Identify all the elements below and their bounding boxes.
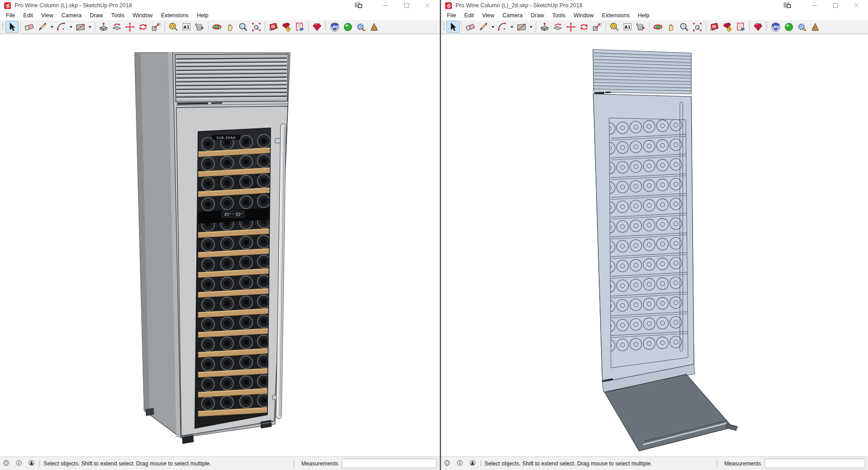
menu-window[interactable]: Window [569,12,597,19]
zoom-tool-button[interactable] [237,21,250,33]
text-tool-button[interactable]: A1 [621,21,634,33]
eraser-tool-button[interactable] [464,21,477,33]
zoom-extents-tool-button[interactable] [691,21,704,33]
orbit-tool-button[interactable] [210,21,223,33]
tape-measure-tool-button[interactable] [608,21,621,33]
rectangle-tool-button[interactable] [515,21,528,33]
menu-view[interactable]: View [478,12,499,19]
green-sphere-tool-button[interactable] [341,21,354,33]
menu-view[interactable]: View [37,12,58,19]
menu-tools[interactable]: Tools [107,12,128,19]
viewport-2d[interactable] [441,34,868,456]
viewport-3d[interactable]: SUB-ZERO 45° 55° [0,34,440,456]
toolbar-drag-handle[interactable] [325,22,326,31]
menu-window[interactable]: Window [128,12,156,19]
info-circle-status-button[interactable] [15,460,22,468]
titlebar[interactable]: Pro Wine Column (L)_2d.skp - SketchUp Pr… [441,0,868,11]
menu-edit[interactable]: Edit [19,12,37,19]
ruby-gem-tool-button[interactable] [752,21,765,33]
av-shield-tool-button[interactable]: AV [328,21,341,33]
follow-me-tool-button[interactable] [551,21,564,33]
titlebar[interactable]: Pro Wine Column (L).skp - SketchUp Pro 2… [0,0,440,11]
paint-bucket-tool-button[interactable] [634,21,647,33]
maximize-button[interactable] [831,1,840,10]
extension-tan-tool-button[interactable] [368,21,381,33]
line-dropdown-button[interactable] [49,21,55,33]
scale-tool-button[interactable] [591,21,604,33]
extension-tan-tool-button[interactable] [809,21,822,33]
rectangle-dropdown-button[interactable] [87,21,93,33]
menu-draw[interactable]: Draw [86,12,107,19]
pan-tool-button[interactable] [223,21,237,33]
arc-dropdown-button[interactable] [509,21,515,33]
tape-measure-tool-button[interactable] [167,21,180,33]
close-button[interactable] [852,1,861,10]
eraser [24,22,34,32]
sign-in-person-status-button[interactable] [469,460,476,468]
rectangle-dropdown-button[interactable] [528,21,534,33]
eraser-tool-button[interactable] [23,21,36,33]
globe-status-button[interactable] [3,460,10,468]
menu-camera[interactable]: Camera [499,12,527,19]
green-sphere-tool-button[interactable] [782,21,795,33]
menu-file[interactable]: File [2,12,19,19]
follow-me-tool-button[interactable] [110,21,123,33]
menu-draw[interactable]: Draw [527,12,548,19]
measurements-input[interactable] [342,459,437,468]
rotate-tool-button[interactable] [136,21,150,33]
extension-red-2-tool-button[interactable] [280,21,293,33]
menu-extensions[interactable]: Extensions [157,12,193,19]
push-pull-tool-button[interactable] [538,21,551,33]
push-pull-tool-button[interactable] [97,21,110,33]
arc-tool-button[interactable] [55,21,68,33]
av-shield-tool-button[interactable]: AV [769,21,782,33]
info-circle-status-button[interactable] [456,460,463,468]
toolbar-drag-handle[interactable] [443,22,445,31]
menu-file[interactable]: File [443,12,460,19]
maximize-button[interactable] [402,1,412,10]
minimize-button[interactable] [810,1,819,10]
measurements-input[interactable] [765,459,865,468]
line-tool-button[interactable] [36,21,49,33]
line-tool-button[interactable] [477,21,490,33]
rectangle-tool-button[interactable] [74,21,87,33]
minimize-button[interactable] [382,1,391,10]
gear-wrench-tool-button[interactable] [354,21,368,33]
tray-window-button[interactable] [783,1,792,10]
extension-red-2-tool-button[interactable] [721,21,734,33]
menu-help[interactable]: Help [634,12,654,19]
text-tool-button[interactable]: A1 [180,21,193,33]
menu-extensions[interactable]: Extensions [598,12,634,19]
extension-red-3-tool-button[interactable] [734,21,747,33]
zoom-tool-button[interactable] [678,21,691,33]
menu-help[interactable]: Help [193,12,213,19]
close-button[interactable] [423,1,432,10]
select-tool-button[interactable] [446,21,460,33]
arc-dropdown-button[interactable] [68,21,74,33]
toolbar-drag-handle[interactable] [2,22,4,31]
scale-tool-button[interactable] [150,21,163,33]
move-tool-button[interactable] [123,21,136,33]
extension-red-1-tool-button[interactable] [267,21,280,33]
paint-bucket-tool-button[interactable] [193,21,206,33]
line-dropdown-button[interactable] [490,21,496,33]
rotate-tool-button[interactable] [577,21,591,33]
orbit-tool-button[interactable] [651,21,664,33]
extension-red-3-tool-button[interactable] [293,21,306,33]
extension-red-1-tool-button[interactable] [708,21,721,33]
globe-status-button[interactable] [444,460,451,468]
gear-wrench-tool-button[interactable] [795,21,809,33]
select-tool-button[interactable] [5,21,19,33]
ruby-gem-tool-button[interactable] [310,21,324,33]
menu-tools[interactable]: Tools [548,12,569,19]
pan-tool-button[interactable] [664,21,678,33]
sign-in-person-status-button[interactable] [28,460,35,468]
zoom-extents-tool-button[interactable] [250,21,263,33]
menu-edit[interactable]: Edit [460,12,478,19]
toolbar-drag-handle[interactable] [766,22,767,31]
menu-camera[interactable]: Camera [58,12,86,19]
arc-tool-button[interactable] [496,21,509,33]
tray-window-button[interactable] [354,1,364,10]
minimize-icon [811,2,819,10]
move-tool-button[interactable] [564,21,577,33]
